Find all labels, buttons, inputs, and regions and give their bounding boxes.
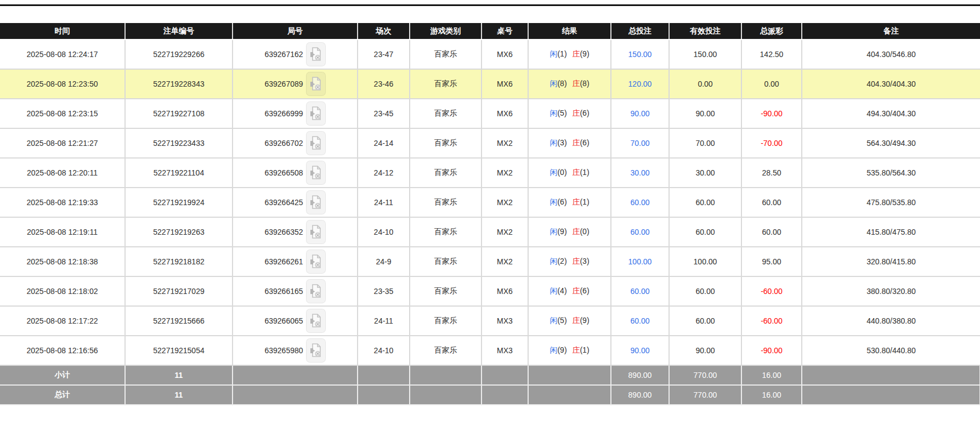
summary-empty-session (358, 365, 410, 385)
video-replay-icon[interactable] (306, 161, 326, 185)
table-row[interactable]: 2025-08-08 12:19:11 522719219263 6392663… (0, 217, 980, 247)
remark-cell: 380.80/320.80 (802, 276, 980, 306)
total-bet-link[interactable]: 90.00 (611, 336, 669, 365)
table-row[interactable]: 2025-08-08 12:20:11 522719221104 6392665… (0, 158, 980, 188)
table-row[interactable]: 2025-08-08 12:21:27 522719223433 6392667… (0, 128, 980, 158)
video-replay-icon[interactable] (306, 101, 326, 126)
banker-result-score: (6) (580, 286, 589, 295)
table-number-cell: MX3 (481, 336, 528, 365)
table-row[interactable]: 2025-08-08 12:23:50 522719228343 6392670… (0, 69, 980, 99)
table-number-cell: MX6 (481, 99, 528, 128)
player-result-score: (1) (557, 49, 569, 58)
video-replay-icon[interactable] (306, 131, 326, 155)
total-bet-link[interactable]: 150.00 (611, 39, 669, 69)
valid-bet-cell: 90.00 (669, 99, 741, 128)
time-cell: 2025-08-08 12:18:38 (0, 247, 125, 276)
table-row[interactable]: 2025-08-08 12:23:15 522719227108 6392669… (0, 99, 980, 128)
round-number: 639265980 (264, 346, 303, 355)
summary-total-bet: 890.00 (611, 365, 669, 385)
table-header-row: 时间注单编号局号场次游戏类别桌号结果总投注有效投注总派彩备注 (0, 23, 980, 39)
total-bet-link[interactable]: 60.00 (611, 188, 669, 217)
banker-result-label: 庄 (572, 257, 580, 265)
total-bet-link[interactable]: 120.00 (611, 69, 669, 99)
column-header-result: 结果 (528, 23, 611, 39)
remark-cell: 440.80/380.80 (802, 306, 980, 336)
session-cell: 23-46 (358, 69, 410, 99)
banker-result-score: (6) (580, 109, 589, 117)
top-divider (0, 4, 980, 6)
video-replay-icon[interactable] (306, 279, 326, 303)
banker-result-score: (6) (580, 138, 589, 147)
time-cell: 2025-08-08 12:18:02 (0, 276, 125, 306)
player-result-label: 闲 (550, 168, 557, 177)
remark-cell: 564.30/494.30 (802, 128, 980, 158)
table-row[interactable]: 2025-08-08 12:19:33 522719219924 6392664… (0, 188, 980, 217)
summary-empty-table (481, 385, 528, 405)
summary-row: 总计 11 890.00 770.00 16.00 (0, 385, 980, 405)
player-result-label: 闲 (550, 109, 557, 117)
summary-empty-result (528, 365, 611, 385)
round-cell: 639267162 (233, 39, 358, 69)
remark-cell: 404.30/546.80 (802, 39, 980, 69)
total-bet-link[interactable]: 100.00 (611, 247, 669, 276)
bet-id-cell: 522719215666 (125, 306, 233, 336)
time-cell: 2025-08-08 12:17:22 (0, 306, 125, 336)
time-cell: 2025-08-08 12:23:50 (0, 69, 125, 99)
bet-id-cell: 522719229266 (125, 39, 233, 69)
session-cell: 23-45 (358, 99, 410, 128)
player-result-score: (5) (557, 316, 569, 325)
summary-empty-game (410, 385, 481, 405)
banker-result-label: 庄 (572, 168, 580, 177)
valid-bet-cell: 60.00 (669, 188, 741, 217)
video-replay-icon[interactable] (306, 309, 326, 333)
total-bet-link[interactable]: 60.00 (611, 217, 669, 247)
remark-cell: 320.80/415.80 (802, 247, 980, 276)
payout-cell: 0.00 (741, 69, 802, 99)
player-result-score: (8) (557, 79, 569, 88)
result-cell: 闲(5) 庄(9) (528, 306, 611, 336)
total-bet-link[interactable]: 30.00 (611, 158, 669, 188)
payout-cell: 95.00 (741, 247, 802, 276)
video-replay-icon[interactable] (306, 72, 326, 96)
table-row[interactable]: 2025-08-08 12:17:22 522719215666 6392660… (0, 306, 980, 336)
table-number-cell: MX2 (481, 217, 528, 247)
time-cell: 2025-08-08 12:19:33 (0, 188, 125, 217)
table-row[interactable]: 2025-08-08 12:18:38 522719218182 6392662… (0, 247, 980, 276)
total-bet-link[interactable]: 90.00 (611, 99, 669, 128)
remark-cell: 535.80/564.30 (802, 158, 980, 188)
session-cell: 24-14 (358, 128, 410, 158)
summary-empty-round (233, 365, 358, 385)
total-bet-link[interactable]: 60.00 (611, 276, 669, 306)
column-header-bet_id: 注单编号 (125, 23, 233, 39)
round-cell: 639266508 (233, 158, 358, 188)
round-cell: 639266352 (233, 217, 358, 247)
player-result-label: 闲 (550, 79, 557, 88)
video-replay-icon[interactable] (306, 220, 326, 244)
column-header-total_bet: 总投注 (611, 23, 669, 39)
summary-empty-game (410, 365, 481, 385)
video-replay-icon[interactable] (306, 42, 326, 66)
game-type-cell: 百家乐 (410, 158, 481, 188)
remark-cell: 415.80/475.80 (802, 217, 980, 247)
table-row[interactable]: 2025-08-08 12:18:02 522719217029 6392661… (0, 276, 980, 306)
video-replay-icon[interactable] (306, 250, 326, 274)
summary-empty-remark (802, 365, 980, 385)
column-header-game_type: 游戏类别 (410, 23, 481, 39)
time-cell: 2025-08-08 12:20:11 (0, 158, 125, 188)
result-cell: 闲(9) 庄(0) (528, 217, 611, 247)
summary-empty-session (358, 385, 410, 405)
bet-id-cell: 522719219924 (125, 188, 233, 217)
total-bet-link[interactable]: 60.00 (611, 306, 669, 336)
banker-result-score: (9) (580, 49, 589, 58)
player-result-label: 闲 (550, 346, 557, 354)
payout-cell: 60.00 (741, 217, 802, 247)
video-replay-icon[interactable] (306, 338, 326, 363)
video-replay-icon[interactable] (306, 190, 326, 214)
payout-cell: -70.00 (741, 128, 802, 158)
table-row[interactable]: 2025-08-08 12:16:56 522719215054 6392659… (0, 336, 980, 365)
total-bet-link[interactable]: 70.00 (611, 128, 669, 158)
banker-result-score: (1) (580, 197, 589, 206)
summary-empty-round (233, 385, 358, 405)
table-row[interactable]: 2025-08-08 12:24:17 522719229266 6392671… (0, 39, 980, 69)
time-cell: 2025-08-08 12:21:27 (0, 128, 125, 158)
